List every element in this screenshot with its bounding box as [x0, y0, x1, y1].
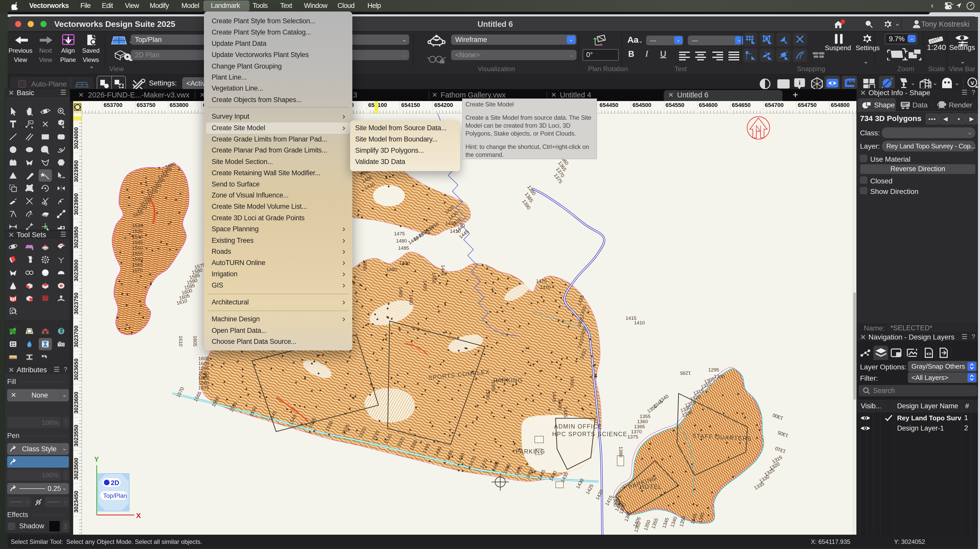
svg-text:HOTEL: HOTEL: [640, 484, 662, 490]
svg-text:1555: 1555: [132, 251, 143, 256]
svg-text:1560: 1560: [132, 256, 143, 262]
svg-text:1295: 1295: [708, 367, 719, 372]
svg-text:1535: 1535: [132, 228, 143, 234]
svg-text:1465: 1465: [398, 286, 404, 297]
svg-text:HPC SPORTS SCIENCE: HPC SPORTS SCIENCE: [552, 431, 627, 438]
svg-text:1445: 1445: [552, 391, 557, 402]
svg-text:1355: 1355: [640, 414, 651, 419]
svg-text:1490: 1490: [399, 261, 410, 266]
svg-text:1360: 1360: [637, 419, 648, 424]
svg-text:1370: 1370: [631, 429, 642, 434]
svg-text:1450: 1450: [570, 376, 575, 387]
svg-text:1590: 1590: [198, 371, 209, 376]
svg-text:ADMIN OFFICE: ADMIN OFFICE: [554, 423, 602, 430]
svg-text:2D: 2D: [111, 479, 119, 487]
svg-text:1475: 1475: [536, 278, 547, 284]
svg-text:1540: 1540: [132, 234, 143, 239]
svg-text:1475: 1475: [394, 231, 405, 236]
svg-text:1365: 1365: [634, 424, 645, 429]
svg-text:1605: 1605: [198, 356, 209, 361]
svg-text:v: v: [970, 79, 974, 86]
svg-text:X: X: [136, 512, 141, 520]
svg-text:1375: 1375: [627, 434, 638, 439]
svg-text:Top/Plan: Top/Plan: [103, 492, 127, 499]
svg-text:PARKING: PARKING: [493, 377, 523, 384]
svg-text:1550: 1550: [132, 245, 143, 251]
svg-text:1490: 1490: [387, 267, 397, 272]
svg-text:1580: 1580: [198, 380, 209, 385]
svg-text:1570: 1570: [132, 268, 143, 273]
svg-text:1410: 1410: [634, 320, 645, 325]
svg-text:1460: 1460: [408, 294, 414, 305]
svg-text:1410: 1410: [450, 228, 461, 234]
svg-text:1595: 1595: [198, 366, 209, 371]
svg-text:i: i: [799, 79, 801, 86]
svg-text:1485: 1485: [398, 245, 409, 251]
svg-text:1575: 1575: [198, 385, 209, 390]
svg-text:1380: 1380: [485, 389, 490, 399]
svg-text:1530: 1530: [132, 223, 143, 228]
svg-text:1440: 1440: [557, 399, 563, 410]
svg-text:1380: 1380: [612, 496, 618, 506]
svg-text:1610: 1610: [178, 336, 183, 346]
svg-text:1605: 1605: [192, 336, 198, 346]
svg-text:1380: 1380: [618, 446, 624, 457]
svg-text:1480: 1480: [396, 238, 407, 243]
svg-text:1435: 1435: [563, 407, 568, 417]
svg-text:1445: 1445: [441, 265, 446, 275]
svg-text:1470: 1470: [540, 285, 550, 290]
svg-text:1585: 1585: [198, 375, 209, 381]
svg-text:1600: 1600: [198, 361, 209, 366]
svg-text:1300: 1300: [714, 374, 725, 379]
svg-text:1545: 1545: [132, 240, 143, 245]
svg-text:1455: 1455: [422, 280, 428, 291]
svg-text:1495: 1495: [362, 259, 368, 271]
svg-text:1450: 1450: [431, 272, 437, 283]
svg-text:Y: Y: [94, 455, 99, 463]
svg-text:1565: 1565: [132, 262, 143, 267]
svg-text:PARKING: PARKING: [515, 448, 545, 455]
svg-text:1385: 1385: [491, 381, 496, 391]
svg-text:1295: 1295: [680, 371, 691, 376]
svg-text:1405: 1405: [445, 221, 456, 226]
